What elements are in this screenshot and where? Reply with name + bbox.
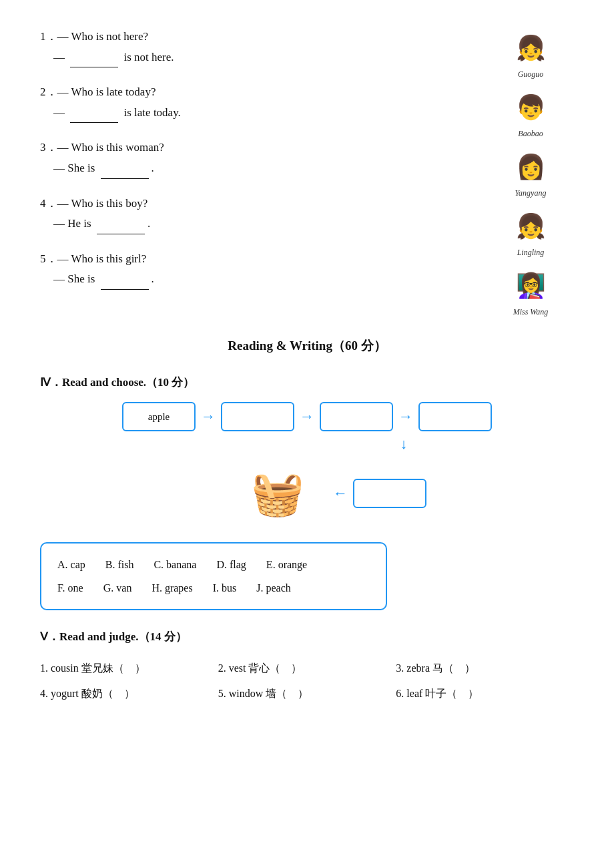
section-title: Reading & Writing（60 分） [40, 337, 574, 355]
answer-blank-4[interactable] [97, 234, 145, 234]
qa-characters: 👧Guoguo👦Baobao👩Yangyang👧Lingling👩‍🏫Miss … [487, 27, 574, 317]
flow-box-2 [221, 402, 294, 431]
char-figure-5: 👩‍🏫 [509, 264, 552, 307]
a-line-3: — She is . [53, 158, 474, 179]
judge-col-5: 5. window 墙（ ） [218, 682, 396, 705]
a-line-5: — She is . [53, 269, 474, 290]
judge-items: 1. cousin 堂兄妹（ ）2. vest 背心（ ）3. zebra 马（… [40, 656, 574, 704]
judge-meaning-1: 堂兄妹（ ） [81, 656, 145, 680]
char-item-4: 👧Lingling [509, 205, 552, 258]
flow-box-3 [320, 402, 393, 431]
choice-c: C. banana [154, 553, 196, 576]
answer-blank-3[interactable] [101, 178, 149, 179]
char-name-4: Lingling [517, 248, 545, 258]
fruit-basket: 🧺 [228, 457, 328, 530]
judge-meaning-6: 叶子（ ） [425, 682, 479, 705]
qa-item-1: 1．— Who is not here?— is not here. [40, 27, 474, 67]
answer-blank-2[interactable] [70, 122, 118, 123]
char-item-1: 👧Guoguo [509, 27, 552, 79]
choices-row-1: A. capB. fishC. bananaD. flagE. orange [57, 553, 370, 576]
judge-word-5: 5. window [218, 682, 264, 705]
q-line-5: 5．— Who is this girl? [40, 249, 474, 270]
choice-h: H. grapes [151, 576, 192, 600]
judge-row-1: 1. cousin 堂兄妹（ ）2. vest 背心（ ）3. zebra 马（… [40, 656, 574, 680]
judge-col-4: 4. yogurt 酸奶（ ） [40, 682, 218, 705]
choice-a: A. cap [57, 553, 85, 576]
choice-j: J. peach [256, 576, 291, 600]
choice-f: F. one [57, 576, 83, 600]
choice-d: D. flag [216, 553, 246, 576]
judge-word-4: 4. yogurt [40, 682, 79, 705]
qa-questions: 1．— Who is not here?— is not here.2．— Wh… [40, 27, 474, 317]
q-line-3: 3．— Who is this woman? [40, 138, 474, 158]
flow-box-4 [418, 402, 492, 431]
judge-word-1: 1. cousin [40, 656, 79, 680]
flow-row-top: apple → → → [122, 402, 492, 431]
arrow-right-2: → [294, 408, 320, 425]
flow-diagram: apple → → → ↓ 🧺 ← [40, 402, 574, 530]
flow-start-box: apple [122, 402, 196, 431]
qa-item-5: 5．— Who is this girl?— She is . [40, 249, 474, 290]
flow-row-bottom: 🧺 ← [188, 457, 426, 530]
char-name-1: Guoguo [518, 69, 544, 79]
judge-word-2: 2. vest [218, 656, 246, 680]
qa-item-3: 3．— Who is this woman?— She is . [40, 138, 474, 178]
a-line-1: — is not here. [53, 47, 474, 68]
arrow-right-3: → [393, 408, 418, 425]
answer-blank-1[interactable] [70, 67, 118, 67]
char-name-3: Yangyang [515, 188, 547, 198]
choice-g: G. van [103, 576, 132, 600]
judge-word-6: 6. leaf [396, 682, 422, 705]
char-item-5: 👩‍🏫Miss Wang [509, 264, 552, 317]
char-item-2: 👦Baobao [509, 86, 552, 139]
q-line-1: 1．— Who is not here? [40, 27, 474, 47]
judge-meaning-5: 墙（ ） [266, 682, 308, 705]
choices-box: A. capB. fishC. bananaD. flagE. orange F… [40, 542, 387, 610]
qa-item-4: 4．— Who is this boy?— He is . [40, 194, 474, 234]
answer-blank-5[interactable] [101, 289, 149, 290]
choices-row-2: F. oneG. vanH. grapesI. busJ. peach [57, 576, 370, 600]
q-line-2: 2．— Who is late today? [40, 82, 474, 103]
arrow-left: ← [328, 485, 353, 502]
char-item-3: 👩Yangyang [509, 146, 552, 198]
qa-item-2: 2．— Who is late today?— is late today. [40, 82, 474, 123]
judge-col-1: 1. cousin 堂兄妹（ ） [40, 656, 218, 680]
judge-col-2: 2. vest 背心（ ） [218, 656, 396, 680]
judge-meaning-2: 背心（ ） [248, 656, 302, 680]
judge-col-6: 6. leaf 叶子（ ） [396, 682, 574, 705]
a-line-4: — He is . [53, 214, 474, 234]
qa-section: 1．— Who is not here?— is not here.2．— Wh… [40, 27, 574, 317]
choice-b: B. fish [105, 553, 134, 576]
part4-heading: Ⅳ．Read and choose.（10 分） [40, 375, 574, 390]
char-figure-3: 👩 [509, 146, 552, 188]
judge-row-2: 4. yogurt 酸奶（ ）5. window 墙（ ）6. leaf 叶子（… [40, 682, 574, 705]
part5-heading: Ⅴ．Read and judge.（14 分） [40, 629, 574, 644]
char-name-2: Baobao [518, 129, 543, 139]
judge-word-3: 3. zebra [396, 656, 430, 680]
char-figure-2: 👦 [509, 86, 552, 129]
char-name-5: Miss Wang [513, 307, 549, 317]
arrow-right-1: → [196, 408, 221, 425]
a-line-2: — is late today. [53, 103, 474, 124]
char-figure-4: 👧 [509, 205, 552, 248]
judge-meaning-4: 酸奶（ ） [81, 682, 135, 705]
flow-box-5 [353, 479, 426, 508]
choice-e: E. orange [266, 553, 307, 576]
q-line-4: 4．— Who is this boy? [40, 194, 474, 214]
judge-col-3: 3. zebra 马（ ） [396, 656, 574, 680]
judge-meaning-3: 马（ ） [432, 656, 475, 680]
choice-i: I. bus [213, 576, 237, 600]
char-figure-1: 👧 [509, 27, 552, 69]
arrow-down: ↓ [400, 431, 408, 457]
